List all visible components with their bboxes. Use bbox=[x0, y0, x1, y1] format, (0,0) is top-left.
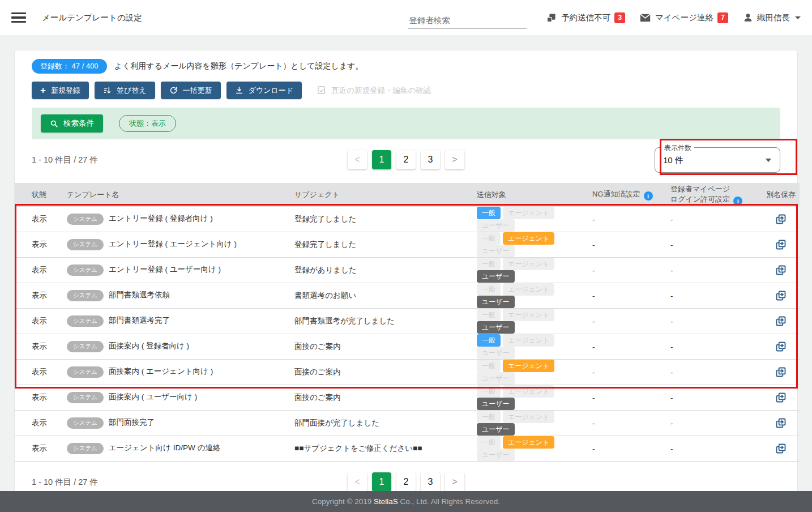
hamburger-menu-icon[interactable] bbox=[11, 12, 26, 23]
col-template-name: システム面接案内 ( 登録者向け ) bbox=[67, 334, 294, 360]
col-send-target: 一般エージェントユーザー bbox=[477, 411, 588, 436]
table-header: 状態テンプレート名サブジェクト送信対象NG通知済設定i登録者マイページログイン許… bbox=[15, 183, 800, 207]
pagination-prev[interactable]: < bbox=[348, 150, 367, 169]
template-name: エントリー登録 ( 登録者向け ) bbox=[109, 214, 213, 223]
registrant-search bbox=[408, 14, 527, 29]
page-size-label: 表示件数 bbox=[661, 143, 694, 153]
user-menu[interactable]: 織田信長 bbox=[743, 12, 801, 23]
top-bar: メールテンプレートの設定 予約送信不可 3 マイページ連絡 7 織田信長 bbox=[0, 0, 812, 35]
save-as-alias-button[interactable] bbox=[775, 263, 787, 276]
pagination-page-3[interactable]: 3 bbox=[421, 150, 440, 169]
table-row: 表示システム部門面接完了部門面接が完了しました一般エージェントユーザー-- bbox=[15, 411, 800, 436]
system-tag: システム bbox=[67, 366, 104, 378]
save-as-alias-button[interactable] bbox=[775, 365, 787, 378]
system-tag: システム bbox=[67, 214, 104, 225]
column-header: 送信対象 bbox=[477, 183, 588, 207]
sort-button[interactable]: 並び替え bbox=[95, 82, 155, 99]
col-status: 表示 bbox=[15, 258, 67, 283]
save-as-alias-button[interactable] bbox=[775, 340, 787, 352]
target-badge-agent: エージェント bbox=[503, 207, 554, 219]
save-as-alias-button[interactable] bbox=[775, 314, 787, 327]
bulk-update-button[interactable]: 一括更新 bbox=[161, 82, 221, 99]
page-size-select[interactable]: 表示件数 10 件 bbox=[655, 147, 780, 173]
pagination-page-2[interactable]: 2 bbox=[396, 472, 416, 492]
nav-mypage-contact[interactable]: マイページ連絡 7 bbox=[640, 12, 728, 23]
col-ng-setting: - bbox=[588, 385, 665, 411]
table-row: 表示システムエージェント向け ID/PW の連絡■■サブジェクトをご修正ください… bbox=[15, 436, 800, 462]
col-ng-setting: - bbox=[588, 232, 665, 258]
target-badge-agent: エージェント bbox=[503, 334, 554, 347]
target-badge-user: ユーザー bbox=[477, 449, 515, 461]
info-icon[interactable]: i bbox=[644, 191, 653, 200]
copy-icon bbox=[775, 315, 787, 327]
template-name: 面接案内 ( エージェント向け ) bbox=[109, 367, 213, 376]
download-button[interactable]: ダウンロード bbox=[226, 82, 302, 99]
col-subject: ■■サブジェクトをご修正ください■■ bbox=[294, 436, 477, 462]
col-send-target: 一般エージェントユーザー bbox=[477, 207, 588, 232]
pagination-next[interactable]: > bbox=[445, 472, 464, 492]
pagination-prev[interactable]: < bbox=[348, 472, 367, 492]
col-subject: 書類選考のお願い bbox=[294, 283, 477, 309]
col-send-target: 一般エージェントユーザー bbox=[477, 360, 588, 385]
search-icon bbox=[50, 120, 58, 128]
col-save-as bbox=[762, 334, 800, 360]
status-filter-chip[interactable]: 状態：表示 bbox=[119, 115, 176, 132]
table-row: 表示システム面接案内 ( エージェント向け )面接のご案内一般エージェントユーザ… bbox=[15, 360, 800, 385]
info-icon[interactable]: i bbox=[733, 197, 742, 206]
col-save-as bbox=[762, 232, 800, 258]
template-name: エントリー登録 ( ユーザー向け ) bbox=[109, 265, 221, 274]
target-badge-agent: エージェント bbox=[503, 360, 554, 372]
pagination-page-2[interactable]: 2 bbox=[396, 150, 416, 169]
col-mypage-setting: - bbox=[665, 283, 762, 309]
refresh-icon bbox=[169, 86, 178, 95]
save-as-alias-button[interactable] bbox=[775, 391, 787, 403]
col-send-target: 一般エージェントユーザー bbox=[477, 385, 588, 411]
registrant-search-input[interactable] bbox=[408, 14, 527, 29]
pagination-page-1[interactable]: 1 bbox=[372, 150, 391, 169]
target-badge-agent: エージェント bbox=[503, 411, 554, 423]
col-mypage-setting: - bbox=[665, 411, 762, 436]
save-as-alias-button[interactable] bbox=[775, 289, 787, 301]
save-as-alias-button[interactable] bbox=[775, 212, 787, 225]
pagination-next[interactable]: > bbox=[445, 150, 464, 169]
user-name: 織田信長 bbox=[757, 12, 790, 23]
new-registration-button[interactable]: + 新規登録 bbox=[32, 82, 89, 99]
system-tag: システム bbox=[67, 290, 104, 301]
target-badge-general: 一般 bbox=[477, 360, 501, 372]
nav-label: マイページ連絡 bbox=[655, 12, 713, 23]
target-badge-agent: エージェント bbox=[503, 232, 554, 245]
target-badge-user: ユーザー bbox=[477, 372, 515, 385]
column-header-text: 送信対象 bbox=[477, 190, 588, 200]
target-badge-user: ユーザー bbox=[477, 219, 515, 232]
col-ng-setting: - bbox=[588, 207, 665, 232]
col-status: 表示 bbox=[15, 360, 67, 385]
table-row: 表示システムエントリー登録 ( エージェント向け )登録完了しました一般エージェ… bbox=[15, 232, 800, 258]
page-description: よく利用するメール内容を雛形（テンプレート）として設定します。 bbox=[114, 61, 364, 71]
pagination-page-3[interactable]: 3 bbox=[421, 472, 440, 492]
column-header-text: サブジェクト bbox=[294, 190, 477, 200]
save-as-alias-button[interactable] bbox=[775, 238, 787, 250]
col-mypage-setting: - bbox=[665, 258, 762, 283]
nav-label: 予約送信不可 bbox=[561, 12, 610, 23]
col-mypage-setting: - bbox=[665, 385, 762, 411]
system-tag: システム bbox=[67, 264, 104, 276]
col-save-as bbox=[762, 207, 800, 232]
target-badge-general: 一般 bbox=[477, 207, 501, 219]
pagination-page-1[interactable]: 1 bbox=[372, 472, 391, 492]
col-ng-setting: - bbox=[588, 360, 665, 385]
nav-reserved-send-unavailable[interactable]: 予約送信不可 3 bbox=[546, 12, 625, 23]
table-row: 表示システム面接案内 ( ユーザー向け )面接のご案内一般エージェントユーザー-… bbox=[15, 385, 800, 411]
target-badge-general: 一般 bbox=[477, 436, 501, 449]
target-badge-agent: エージェント bbox=[503, 309, 554, 321]
search-condition-button[interactable]: 検索条件 bbox=[41, 114, 103, 133]
col-template-name: システム面接案内 ( エージェント向け ) bbox=[67, 360, 294, 385]
sort-icon bbox=[103, 86, 112, 95]
template-name: 面接案内 ( ユーザー向け ) bbox=[109, 392, 197, 401]
col-mypage-setting: - bbox=[665, 436, 762, 462]
pagination-top: <123> bbox=[348, 150, 464, 169]
save-as-alias-button[interactable] bbox=[775, 416, 787, 429]
col-ng-setting: - bbox=[588, 309, 665, 334]
column-header: 別名保存 bbox=[762, 183, 800, 207]
target-badge-user: ユーザー bbox=[477, 296, 515, 308]
save-as-alias-button[interactable] bbox=[775, 442, 787, 454]
